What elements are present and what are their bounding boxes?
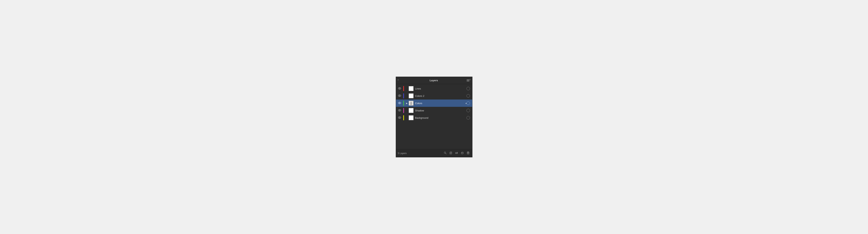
layer-lock-icon[interactable] xyxy=(466,94,470,98)
new-layer-icon[interactable] xyxy=(449,151,453,155)
layer-row[interactable]: Shadow xyxy=(396,107,472,114)
layer-lock-icon[interactable] xyxy=(466,109,470,112)
layer-color-bar xyxy=(403,86,404,91)
layer-color-bar xyxy=(403,101,404,106)
layer-name: Colors 2 xyxy=(415,95,466,97)
panel-title: Layers xyxy=(430,79,438,82)
layers-panel: × «» Layers Lines xyxy=(396,77,472,157)
panel-header: Layers xyxy=(396,77,472,84)
svg-rect-10 xyxy=(411,104,412,105)
layer-row[interactable]: Colors 2 xyxy=(396,92,472,100)
layer-count: 5 Layers xyxy=(398,152,441,155)
svg-point-2 xyxy=(398,95,401,97)
visibility-icon[interactable] xyxy=(398,102,402,105)
layer-row[interactable]: Lines xyxy=(396,85,472,92)
delete-layer-icon[interactable] xyxy=(466,151,470,155)
close-button[interactable]: × xyxy=(398,78,399,81)
svg-point-11 xyxy=(398,109,401,111)
layer-lock-icon[interactable] xyxy=(466,87,470,90)
svg-point-3 xyxy=(399,95,400,96)
visibility-icon[interactable] xyxy=(398,116,402,119)
svg-rect-22 xyxy=(455,153,458,154)
layer-color-bar xyxy=(403,108,404,113)
layer-thumbnail xyxy=(409,115,413,120)
svg-rect-9 xyxy=(410,104,411,105)
layer-color-bar xyxy=(403,94,404,98)
visibility-icon[interactable] xyxy=(398,87,402,90)
svg-point-0 xyxy=(398,87,401,89)
search-icon[interactable] xyxy=(443,152,447,155)
svg-point-1 xyxy=(399,88,400,88)
svg-rect-24 xyxy=(462,152,463,153)
panel-footer: 5 Layers xyxy=(396,149,472,157)
svg-point-13 xyxy=(398,116,401,119)
layer-name: Shadow xyxy=(415,109,466,112)
layer-name: Background xyxy=(415,116,466,119)
svg-point-5 xyxy=(399,102,400,103)
svg-point-14 xyxy=(399,117,400,118)
layer-lock-icon[interactable] xyxy=(466,116,470,120)
svg-line-16 xyxy=(445,153,446,154)
svg-point-4 xyxy=(398,102,401,104)
move-layer-icon[interactable] xyxy=(455,151,459,155)
layer-row[interactable]: Background xyxy=(396,114,472,122)
layer-lock-icon[interactable] xyxy=(466,101,470,105)
layer-thumbnail xyxy=(409,86,413,91)
visibility-icon[interactable] xyxy=(398,109,402,112)
layer-thumbnail xyxy=(409,94,413,98)
collapse-button[interactable]: «» xyxy=(469,78,470,81)
svg-rect-8 xyxy=(410,103,412,104)
svg-point-7 xyxy=(410,102,412,103)
clipping-mask-icon[interactable] xyxy=(460,151,465,155)
layers-list: Lines Colors 2 xyxy=(396,84,472,149)
layer-row-selected[interactable]: ▶ Colors xyxy=(396,100,472,107)
svg-point-12 xyxy=(399,110,400,110)
expand-arrow[interactable]: ▶ xyxy=(406,102,408,104)
visibility-icon[interactable] xyxy=(398,95,402,97)
layer-thumbnail xyxy=(409,101,413,106)
layer-name: Colors xyxy=(415,102,466,105)
layer-name: Lines xyxy=(415,87,466,90)
svg-rect-26 xyxy=(467,152,469,152)
layer-color-bar xyxy=(403,115,404,120)
svg-rect-18 xyxy=(450,152,452,152)
layer-thumbnail xyxy=(409,108,413,113)
